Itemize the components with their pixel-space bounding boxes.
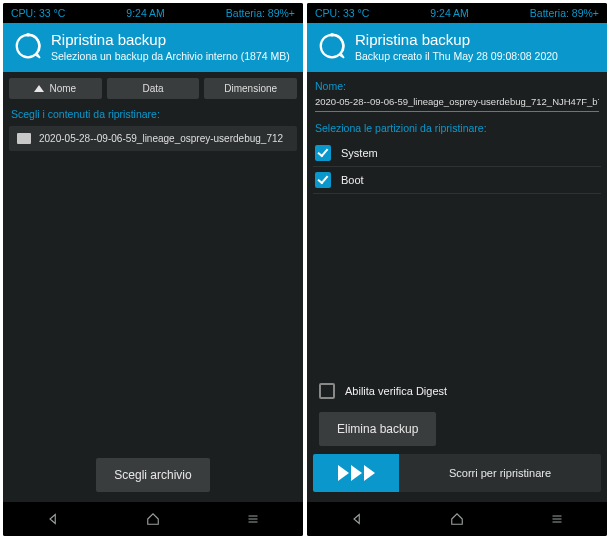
sort-name-button[interactable]: Nome xyxy=(9,78,102,99)
page-subtitle: Backup creato il Thu May 28 09:08:08 202… xyxy=(355,50,597,62)
swipe-to-restore-slider[interactable]: Scorri per ripristinare xyxy=(313,454,601,492)
checkbox-checked-icon xyxy=(315,172,331,188)
sort-asc-icon xyxy=(34,85,44,92)
name-label: Nome: xyxy=(315,80,599,92)
partition-boot-checkbox[interactable]: Boot xyxy=(313,167,601,194)
twrp-logo-icon xyxy=(13,31,43,61)
sort-size-label: Dimensione xyxy=(224,83,277,94)
nav-recents-icon[interactable] xyxy=(244,510,262,528)
status-bar: CPU: 33 °C 9:24 AM Batteria: 89%+ xyxy=(307,3,607,23)
status-time: 9:24 AM xyxy=(126,7,165,19)
screen-restore-backup: CPU: 33 °C 9:24 AM Batteria: 89%+ Ripris… xyxy=(307,3,607,536)
choose-archive-button[interactable]: Scegli archivio xyxy=(96,458,209,492)
partitions-prompt: Seleziona le partizioni da ripristinare: xyxy=(315,122,599,134)
svg-point-1 xyxy=(26,33,30,37)
select-contents-prompt: Scegli i contenuti da ripristinare: xyxy=(11,108,295,120)
header: Ripristina backup Seleziona un backup da… xyxy=(3,23,303,72)
header: Ripristina backup Backup creato il Thu M… xyxy=(307,23,607,72)
content-area: Nome Data Dimensione Scegli i contenuti … xyxy=(3,72,303,502)
backup-name-field[interactable]: 2020-05-28--09-06-59_lineage_osprey-user… xyxy=(315,96,599,112)
slider-arrows-icon xyxy=(313,454,399,492)
page-title: Ripristina backup xyxy=(51,31,293,48)
screen-select-backup: CPU: 33 °C 9:24 AM Batteria: 89%+ Ripris… xyxy=(3,3,303,536)
sort-size-button[interactable]: Dimensione xyxy=(204,78,297,99)
sort-date-button[interactable]: Data xyxy=(107,78,200,99)
digest-verify-checkbox[interactable]: Abilita verifica Digest xyxy=(313,378,601,404)
checkbox-unchecked-icon xyxy=(319,383,335,399)
sort-name-label: Nome xyxy=(49,83,76,94)
status-cpu: CPU: 33 °C xyxy=(315,7,369,19)
nav-bar xyxy=(307,502,607,536)
nav-recents-icon[interactable] xyxy=(548,510,566,528)
nav-back-icon[interactable] xyxy=(348,510,366,528)
folder-icon xyxy=(17,133,31,144)
content-area: Nome: 2020-05-28--09-06-59_lineage_ospre… xyxy=(307,72,607,502)
twrp-logo-icon xyxy=(317,31,347,61)
status-battery: Batteria: 89%+ xyxy=(226,7,295,19)
checkbox-checked-icon xyxy=(315,145,331,161)
partition-system-checkbox[interactable]: System xyxy=(313,140,601,167)
status-bar: CPU: 33 °C 9:24 AM Batteria: 89%+ xyxy=(3,3,303,23)
nav-home-icon[interactable] xyxy=(144,510,162,528)
status-battery: Batteria: 89%+ xyxy=(530,7,599,19)
status-cpu: CPU: 33 °C xyxy=(11,7,65,19)
svg-point-6 xyxy=(330,33,334,37)
nav-home-icon[interactable] xyxy=(448,510,466,528)
partition-label: System xyxy=(341,147,378,159)
nav-back-icon[interactable] xyxy=(44,510,62,528)
page-title: Ripristina backup xyxy=(355,31,597,48)
status-time: 9:24 AM xyxy=(430,7,469,19)
backup-filename: 2020-05-28--09-06-59_lineage_osprey-user… xyxy=(39,133,283,144)
nav-bar xyxy=(3,502,303,536)
partition-label: Boot xyxy=(341,174,364,186)
delete-backup-button[interactable]: Elimina backup xyxy=(319,412,436,446)
slider-label: Scorri per ripristinare xyxy=(399,454,601,492)
backup-list-item[interactable]: 2020-05-28--09-06-59_lineage_osprey-user… xyxy=(9,126,297,151)
page-subtitle: Seleziona un backup da Archivio interno … xyxy=(51,50,293,62)
digest-label: Abilita verifica Digest xyxy=(345,385,447,397)
sort-date-label: Data xyxy=(142,83,163,94)
